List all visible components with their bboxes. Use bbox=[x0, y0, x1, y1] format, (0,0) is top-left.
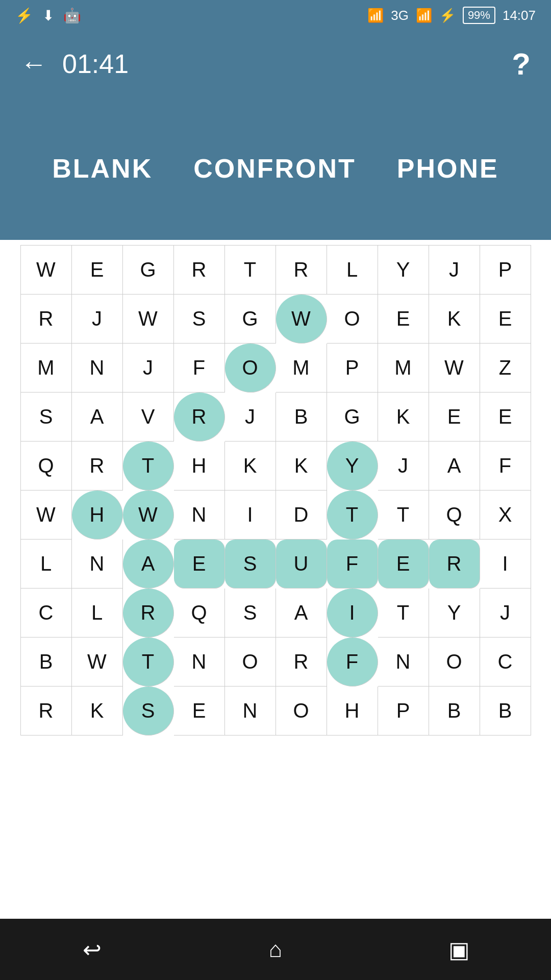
nav-back-button[interactable]: ↩ bbox=[71, 929, 112, 970]
grid-cell[interactable]: W bbox=[123, 491, 174, 540]
grid-cell[interactable]: W bbox=[21, 491, 72, 540]
grid-cell[interactable]: K bbox=[378, 393, 429, 442]
grid-cell[interactable]: N bbox=[378, 638, 429, 687]
grid-cell[interactable]: F bbox=[174, 344, 225, 393]
grid-cell[interactable]: R bbox=[429, 540, 480, 589]
grid-cell[interactable]: T bbox=[378, 589, 429, 638]
grid-cell[interactable]: I bbox=[225, 491, 276, 540]
grid-cell[interactable]: S bbox=[225, 589, 276, 638]
word-search-grid[interactable]: WEGRTRLYJPRJWSGWOEKEMNJFOMPMWZSAVRJBGKEE… bbox=[20, 245, 531, 736]
grid-cell[interactable]: G bbox=[327, 393, 378, 442]
grid-cell[interactable]: K bbox=[225, 442, 276, 491]
grid-cell[interactable]: I bbox=[327, 589, 378, 638]
grid-cell[interactable]: B bbox=[480, 687, 531, 736]
grid-cell[interactable]: A bbox=[276, 589, 327, 638]
grid-cell[interactable]: D bbox=[276, 491, 327, 540]
grid-cell[interactable]: O bbox=[429, 638, 480, 687]
grid-cell[interactable]: Y bbox=[429, 589, 480, 638]
back-button[interactable]: ← bbox=[20, 48, 47, 79]
grid-cell[interactable]: T bbox=[225, 246, 276, 295]
grid-cell[interactable]: E bbox=[480, 295, 531, 344]
grid-cell[interactable]: H bbox=[327, 687, 378, 736]
grid-cell[interactable]: N bbox=[174, 638, 225, 687]
grid-cell[interactable]: A bbox=[72, 393, 123, 442]
grid-cell[interactable]: G bbox=[225, 295, 276, 344]
grid-cell[interactable]: V bbox=[123, 393, 174, 442]
grid-cell[interactable]: R bbox=[276, 638, 327, 687]
grid-cell[interactable]: E bbox=[378, 295, 429, 344]
grid-cell[interactable]: S bbox=[123, 687, 174, 736]
grid-cell[interactable]: N bbox=[174, 491, 225, 540]
grid-cell[interactable]: T bbox=[123, 638, 174, 687]
grid-cell[interactable]: L bbox=[21, 540, 72, 589]
grid-cell[interactable]: O bbox=[276, 687, 327, 736]
grid-cell[interactable]: W bbox=[429, 344, 480, 393]
grid-cell[interactable]: G bbox=[123, 246, 174, 295]
grid-cell[interactable]: E bbox=[480, 393, 531, 442]
grid-cell[interactable]: B bbox=[21, 638, 72, 687]
grid-cell[interactable]: J bbox=[378, 442, 429, 491]
grid-cell[interactable]: J bbox=[72, 295, 123, 344]
grid-cell[interactable]: F bbox=[327, 540, 378, 589]
grid-cell[interactable]: R bbox=[174, 393, 225, 442]
grid-cell[interactable]: T bbox=[327, 491, 378, 540]
grid-cell[interactable]: M bbox=[378, 344, 429, 393]
grid-cell[interactable]: N bbox=[225, 687, 276, 736]
grid-cell[interactable]: Z bbox=[480, 344, 531, 393]
grid-cell[interactable]: Y bbox=[378, 246, 429, 295]
grid-cell[interactable]: W bbox=[123, 295, 174, 344]
grid-cell[interactable]: B bbox=[276, 393, 327, 442]
grid-cell[interactable]: W bbox=[72, 638, 123, 687]
grid-cell[interactable]: K bbox=[429, 295, 480, 344]
grid-cell[interactable]: R bbox=[21, 295, 72, 344]
grid-cell[interactable]: C bbox=[21, 589, 72, 638]
grid-cell[interactable]: S bbox=[21, 393, 72, 442]
grid-cell[interactable]: K bbox=[276, 442, 327, 491]
grid-cell[interactable]: E bbox=[174, 540, 225, 589]
grid-cell[interactable]: W bbox=[276, 295, 327, 344]
grid-cell[interactable]: R bbox=[276, 246, 327, 295]
grid-cell[interactable]: Y bbox=[327, 442, 378, 491]
grid-cell[interactable]: F bbox=[480, 442, 531, 491]
grid-cell[interactable]: E bbox=[174, 687, 225, 736]
grid-cell[interactable]: M bbox=[276, 344, 327, 393]
grid-cell[interactable]: M bbox=[21, 344, 72, 393]
grid-cell[interactable]: T bbox=[378, 491, 429, 540]
grid-cell[interactable]: Q bbox=[429, 491, 480, 540]
grid-cell[interactable]: S bbox=[225, 540, 276, 589]
grid-cell[interactable]: E bbox=[72, 246, 123, 295]
grid-cell[interactable]: N bbox=[72, 540, 123, 589]
grid-cell[interactable]: R bbox=[174, 246, 225, 295]
grid-cell[interactable]: J bbox=[429, 246, 480, 295]
grid-cell[interactable]: R bbox=[21, 687, 72, 736]
grid-cell[interactable]: U bbox=[276, 540, 327, 589]
grid-cell[interactable]: P bbox=[327, 344, 378, 393]
grid-cell[interactable]: O bbox=[225, 638, 276, 687]
grid-cell[interactable]: H bbox=[174, 442, 225, 491]
grid-cell[interactable]: R bbox=[72, 442, 123, 491]
grid-cell[interactable]: W bbox=[21, 246, 72, 295]
grid-cell[interactable]: O bbox=[225, 344, 276, 393]
grid-cell[interactable]: I bbox=[480, 540, 531, 589]
grid-cell[interactable]: K bbox=[72, 687, 123, 736]
nav-home-button[interactable]: ⌂ bbox=[255, 929, 296, 970]
help-button[interactable]: ? bbox=[512, 46, 531, 82]
grid-cell[interactable]: E bbox=[378, 540, 429, 589]
grid-cell[interactable]: J bbox=[225, 393, 276, 442]
grid-cell[interactable]: Q bbox=[21, 442, 72, 491]
grid-cell[interactable]: T bbox=[123, 442, 174, 491]
grid-cell[interactable]: N bbox=[72, 344, 123, 393]
nav-recents-button[interactable]: ▣ bbox=[439, 929, 480, 970]
grid-cell[interactable]: R bbox=[123, 589, 174, 638]
grid-cell[interactable]: A bbox=[123, 540, 174, 589]
grid-cell[interactable]: P bbox=[378, 687, 429, 736]
grid-cell[interactable]: C bbox=[480, 638, 531, 687]
grid-cell[interactable]: J bbox=[123, 344, 174, 393]
grid-cell[interactable]: O bbox=[327, 295, 378, 344]
grid-cell[interactable]: J bbox=[480, 589, 531, 638]
grid-cell[interactable]: L bbox=[72, 589, 123, 638]
grid-cell[interactable]: H bbox=[72, 491, 123, 540]
grid-cell[interactable]: X bbox=[480, 491, 531, 540]
grid-cell[interactable]: L bbox=[327, 246, 378, 295]
grid-cell[interactable]: B bbox=[429, 687, 480, 736]
